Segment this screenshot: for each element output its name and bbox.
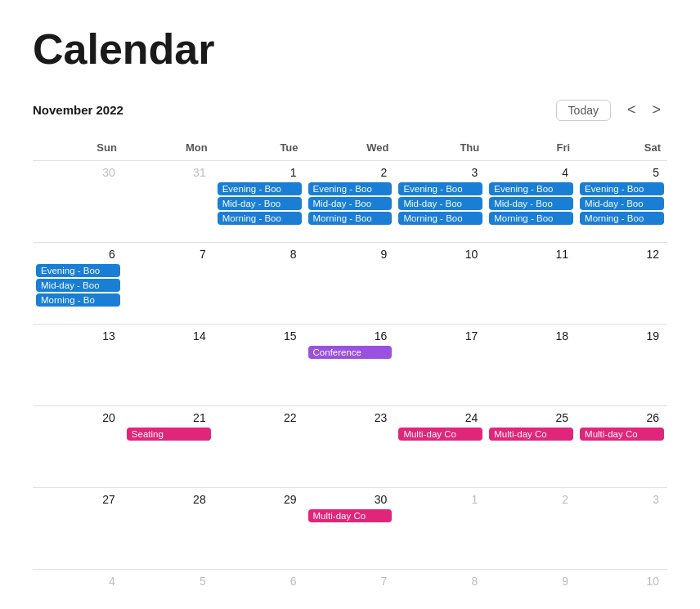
day-number: 20 — [36, 410, 120, 428]
week-row: 30311Evening - BooMid-day - BooMorning -… — [33, 161, 667, 243]
day-cell: 5Evening - BooMid-day - BooMorning - Boo — [577, 161, 667, 243]
prev-button[interactable]: < — [621, 98, 643, 122]
day-number: 7 — [127, 246, 211, 264]
day-number: 7 — [308, 573, 393, 591]
calendar-event[interactable]: Morning - Boo — [218, 212, 302, 225]
day-number: 15 — [218, 328, 302, 346]
day-cell: 8 — [395, 570, 486, 610]
day-cell: 29 — [214, 488, 305, 570]
day-cell: 17 — [395, 325, 486, 406]
week-row: 45678910 — [33, 570, 667, 610]
calendar-event[interactable]: Mid-day - Boo — [308, 197, 393, 210]
day-number: 4 — [36, 573, 120, 591]
calendar-event[interactable]: Evening - Boo — [36, 264, 120, 277]
calendar-event[interactable]: Mid-day - Boo — [398, 197, 482, 210]
day-number: 9 — [308, 246, 393, 264]
day-header-fri: Fri — [486, 138, 577, 161]
month-label: November 2022 — [33, 103, 123, 117]
day-number: 21 — [127, 410, 211, 428]
day-cell: 21Seating — [123, 406, 214, 488]
calendar-event[interactable]: Multi-day Co — [308, 509, 393, 522]
day-number: 28 — [127, 491, 211, 509]
calendar-event[interactable]: Mid-day - Boo — [489, 197, 573, 210]
calendar-event[interactable]: Multi-day Co — [398, 428, 482, 441]
day-cell: 25Multi-day Co — [486, 406, 577, 488]
day-cell: 6Evening - BooMid-day - BooMorning - Bo — [33, 243, 123, 325]
calendar-grid: SunMonTueWedThuFriSat 30311Evening - Boo… — [33, 138, 667, 609]
day-cell: 20 — [33, 406, 123, 488]
day-cell: 22 — [214, 406, 305, 488]
calendar-event[interactable]: Morning - Boo — [398, 212, 482, 225]
calendar-header: November 2022 Today < > — [33, 98, 667, 122]
day-number: 2 — [489, 491, 573, 509]
calendar-event[interactable]: Evening - Boo — [308, 182, 393, 195]
nav-controls: Today < > — [556, 98, 667, 122]
day-header-sun: Sun — [33, 138, 123, 161]
calendar-event[interactable]: Morning - Boo — [308, 212, 393, 225]
day-cell: 4Evening - BooMid-day - BooMorning - Boo — [486, 161, 577, 243]
calendar-event[interactable]: Multi-day Co — [489, 428, 573, 441]
day-cell: 13 — [33, 325, 123, 406]
day-number: 11 — [489, 246, 573, 264]
day-number: 1 — [218, 164, 302, 182]
day-number: 6 — [218, 573, 302, 591]
day-number: 9 — [489, 573, 573, 591]
calendar-event[interactable]: Morning - Boo — [580, 212, 664, 225]
day-cell: 2 — [486, 488, 577, 570]
calendar-event[interactable]: Seating — [127, 428, 211, 441]
day-number: 5 — [580, 164, 664, 182]
day-cell: 1 — [395, 488, 486, 570]
day-number: 30 — [36, 164, 120, 182]
day-number: 8 — [398, 573, 482, 591]
day-header-sat: Sat — [577, 138, 667, 161]
day-number: 8 — [218, 246, 302, 264]
page-title: Calendar — [33, 25, 667, 74]
calendar-event[interactable]: Evening - Boo — [580, 182, 664, 195]
day-cell: 3Evening - BooMid-day - BooMorning - Boo — [395, 161, 486, 243]
day-number: 12 — [580, 246, 664, 264]
next-button[interactable]: > — [645, 98, 667, 122]
day-number: 14 — [127, 328, 211, 346]
week-row: 27282930Multi-day Co123 — [33, 488, 667, 570]
calendar-event[interactable]: Multi-day Co — [580, 428, 664, 441]
day-number: 10 — [398, 246, 482, 264]
day-number: 27 — [36, 491, 120, 509]
day-cell: 12 — [577, 243, 667, 325]
day-number: 4 — [489, 164, 573, 182]
calendar-event[interactable]: Conference — [308, 346, 393, 359]
day-cell: 10 — [577, 570, 667, 610]
calendar-event[interactable]: Evening - Boo — [489, 182, 573, 195]
day-number: 3 — [398, 164, 482, 182]
today-button[interactable]: Today — [556, 100, 611, 121]
calendar-event[interactable]: Mid-day - Boo — [36, 279, 120, 292]
week-row: 13141516Conference171819 — [33, 325, 667, 406]
day-cell: 9 — [305, 243, 396, 325]
calendar-event[interactable]: Morning - Boo — [489, 212, 573, 225]
calendar-event[interactable]: Mid-day - Boo — [218, 197, 302, 210]
day-cell: 9 — [486, 570, 577, 610]
day-number: 31 — [127, 164, 211, 182]
day-cell: 14 — [123, 325, 214, 406]
day-number: 10 — [580, 573, 664, 591]
calendar-event[interactable]: Evening - Boo — [398, 182, 482, 195]
day-cell: 5 — [123, 570, 214, 610]
day-number: 1 — [398, 491, 482, 509]
day-header-tue: Tue — [214, 138, 305, 161]
day-number: 5 — [127, 573, 211, 591]
week-row: 2021Seating222324Multi-day Co25Multi-day… — [33, 406, 667, 488]
day-cell: 30Multi-day Co — [305, 488, 396, 570]
day-cell: 31 — [123, 161, 214, 243]
day-number: 23 — [308, 410, 393, 428]
calendar-event[interactable]: Mid-day - Boo — [580, 197, 664, 210]
day-header-wed: Wed — [305, 138, 396, 161]
day-cell: 7 — [305, 570, 396, 610]
calendar-event[interactable]: Morning - Bo — [36, 293, 120, 307]
day-number: 26 — [580, 410, 664, 428]
calendar-event[interactable]: Evening - Boo — [218, 182, 302, 195]
day-cell: 23 — [305, 406, 396, 488]
day-cell: 15 — [214, 325, 305, 406]
day-cell: 6 — [214, 570, 305, 610]
day-number: 22 — [218, 410, 302, 428]
day-cell: 10 — [395, 243, 486, 325]
day-number: 25 — [489, 410, 573, 428]
